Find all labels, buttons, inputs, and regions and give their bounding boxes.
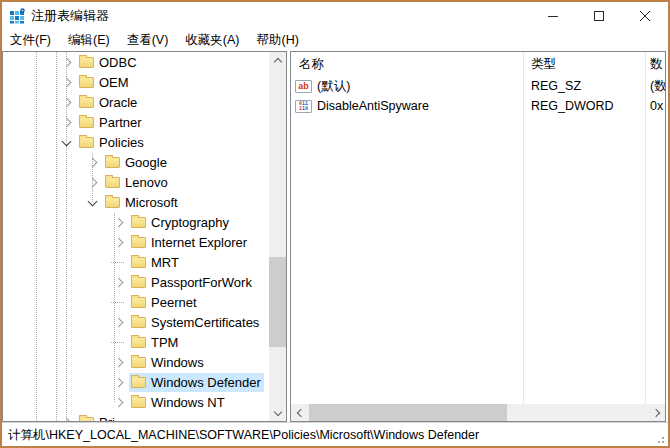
minimize-button[interactable] — [530, 2, 576, 30]
folder-icon — [131, 377, 146, 388]
window-controls — [530, 2, 668, 30]
chevron-left-icon — [297, 408, 305, 416]
tree-item-policies[interactable]: Policies — [3, 132, 269, 152]
column-header-data[interactable]: 数 — [645, 56, 665, 73]
chevron-right-icon — [651, 408, 659, 416]
expand-chevron-icon[interactable] — [55, 72, 77, 92]
registry-app-icon — [9, 8, 25, 24]
tree-item-label: Internet Explorer — [151, 235, 247, 250]
tree-item-microsoft[interactable]: Microsoft — [3, 192, 269, 212]
expand-chevron-icon[interactable] — [107, 372, 129, 392]
selected-key-path: 计算机\HKEY_LOCAL_MACHINE\SOFTWARE\Policies… — [8, 427, 479, 444]
folder-icon — [105, 197, 120, 208]
tree-item-label: MRT — [151, 255, 179, 270]
tree-item-tpm[interactable]: TPM — [3, 332, 269, 352]
tree-item-internet-explorer[interactable]: Internet Explorer — [3, 232, 269, 252]
connector-stub — [107, 332, 129, 352]
tree-item-systemcertificates[interactable]: SystemCertificates — [3, 312, 269, 332]
scrollbar-thumb[interactable] — [309, 404, 507, 421]
table-row[interactable]: 011110 DisableAntiSpyware REG_DWORD 0x — [291, 96, 665, 116]
value-data: (数 — [645, 78, 665, 95]
menu-item[interactable]: 帮助(H) — [248, 30, 307, 52]
tree-item-oem[interactable]: OEM — [3, 72, 269, 92]
expand-chevron-icon[interactable] — [55, 92, 77, 112]
values-list-pane: 名称 类型 数 ab (默认) REG_SZ (数 011110 Disable… — [290, 51, 666, 422]
titlebar: 注册表编辑器 — [2, 2, 668, 30]
folder-icon — [79, 137, 94, 148]
expand-chevron-icon[interactable] — [81, 152, 103, 172]
tree-item-label: SystemCertificates — [151, 315, 259, 330]
list-header: 名称 类型 数 — [291, 52, 665, 76]
expand-chevron-icon[interactable] — [107, 312, 129, 332]
list-horizontal-scrollbar[interactable] — [291, 404, 665, 421]
tree-item-windows[interactable]: Windows — [3, 352, 269, 372]
tree-item-lenovo[interactable]: Lenovo — [3, 172, 269, 192]
expand-chevron-icon[interactable] — [81, 172, 103, 192]
close-button[interactable] — [622, 2, 668, 30]
tree-vertical-scrollbar[interactable] — [269, 52, 286, 421]
maximize-icon — [594, 11, 604, 21]
expand-chevron-icon[interactable] — [55, 132, 77, 152]
expand-chevron-icon[interactable] — [55, 52, 77, 72]
menu-item[interactable]: 编辑(E) — [60, 30, 119, 52]
statusbar: 计算机\HKEY_LOCAL_MACHINE\SOFTWARE\Policies… — [2, 422, 668, 447]
folder-icon — [131, 357, 146, 368]
expand-chevron-icon[interactable] — [107, 392, 129, 412]
scrollbar-thumb[interactable] — [269, 257, 286, 347]
value-name: DisableAntiSpyware — [317, 99, 429, 113]
expand-chevron-icon[interactable] — [81, 192, 103, 212]
scroll-down-button[interactable] — [269, 404, 286, 421]
registry-editor-window: 注册表编辑器 文件(F)编辑(E)查看(V)收藏夹(A)帮助(H) — [0, 0, 670, 448]
tree-item-label: ODBC — [99, 55, 137, 70]
tree-item-label: Partner — [99, 115, 142, 130]
tree-item-label: Peernet — [151, 295, 197, 310]
tree-item-peernet[interactable]: Peernet — [3, 292, 269, 312]
tree-item-oracle[interactable]: Oracle — [3, 92, 269, 112]
tree-item-label: Windows NT — [151, 395, 225, 410]
scroll-up-button[interactable] — [269, 52, 286, 69]
expand-chevron-icon[interactable] — [107, 272, 129, 292]
folder-icon — [79, 57, 94, 68]
expand-chevron-icon[interactable] — [55, 112, 77, 132]
expand-chevron-icon[interactable] — [107, 212, 129, 232]
tree-item-pri[interactable]: Pri — [3, 412, 269, 421]
chevron-up-icon — [273, 58, 281, 66]
folder-icon — [131, 337, 146, 348]
scroll-right-button[interactable] — [648, 404, 665, 421]
connector-stub — [107, 292, 129, 312]
tree-item-label: Google — [125, 155, 167, 170]
tree-item-windows-defender[interactable]: Windows Defender — [3, 372, 269, 392]
tree-item-odbc[interactable]: ODBC — [3, 52, 269, 72]
tree-item-mrt[interactable]: MRT — [3, 252, 269, 272]
menu-item[interactable]: 查看(V) — [119, 30, 178, 52]
table-row[interactable]: ab (默认) REG_SZ (数 — [291, 76, 665, 96]
menu-item[interactable]: 文件(F) — [2, 30, 60, 52]
list-rows: ab (默认) REG_SZ (数 011110 DisableAntiSpyw… — [291, 76, 665, 116]
dword-value-icon: 011110 — [295, 100, 312, 113]
value-data: 0x — [645, 99, 665, 113]
menu-item[interactable]: 收藏夹(A) — [177, 30, 248, 52]
string-value-icon: ab — [295, 80, 312, 93]
expand-chevron-icon[interactable] — [107, 352, 129, 372]
tree-item-label: Policies — [99, 135, 144, 150]
folder-icon — [131, 397, 146, 408]
maximize-button[interactable] — [576, 2, 622, 30]
tree-item-passportforwork[interactable]: PassportForWork — [3, 272, 269, 292]
expand-chevron-icon[interactable] — [55, 412, 77, 421]
tree-item-windows-nt[interactable]: Windows NT — [3, 392, 269, 412]
tree-item-label: Microsoft — [125, 195, 178, 210]
tree-item-label: Oracle — [99, 95, 137, 110]
column-header-type[interactable]: 类型 — [523, 56, 645, 73]
folder-icon — [105, 177, 120, 188]
tree-item-label: Lenovo — [125, 175, 168, 190]
tree-item-cryptography[interactable]: Cryptography — [3, 212, 269, 232]
column-header-name[interactable]: 名称 — [291, 56, 523, 73]
tree-item-partner[interactable]: Partner — [3, 112, 269, 132]
tree-item-label: TPM — [151, 335, 178, 350]
resize-grip[interactable] — [662, 441, 664, 443]
expand-chevron-icon[interactable] — [107, 232, 129, 252]
tree-item-google[interactable]: Google — [3, 152, 269, 172]
scroll-left-button[interactable] — [291, 404, 308, 421]
tree-rows: ODBC OEM Oracle Partner Policies Google — [3, 52, 269, 421]
folder-icon — [131, 317, 146, 328]
